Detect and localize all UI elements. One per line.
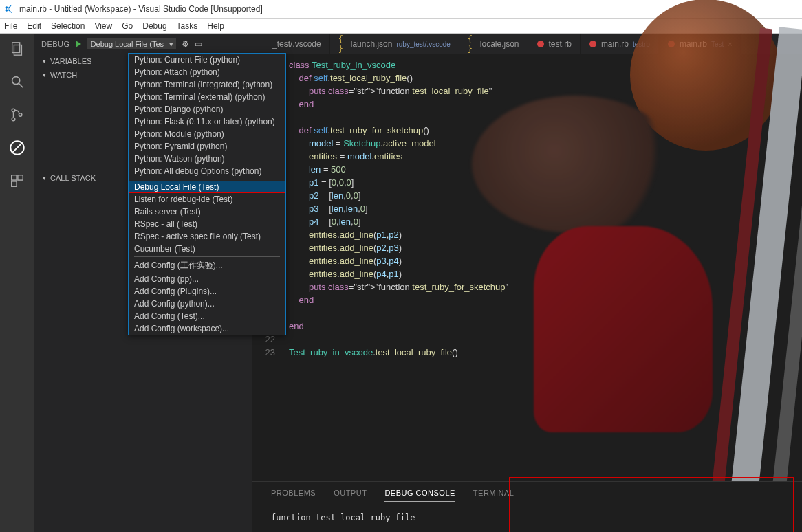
code-area[interactable]: class Test_ruby_in_vscode def self.test_…	[282, 54, 508, 481]
code-line[interactable]: entities.add_line(p2,p3)	[289, 241, 508, 254]
code-line[interactable]: class Test_ruby_in_vscode	[289, 58, 508, 71]
dropdown-item[interactable]: Python: Django (python)	[129, 103, 285, 115]
explorer-icon[interactable]	[8, 39, 27, 58]
activity-bar	[0, 34, 34, 532]
svg-rect-9	[12, 175, 17, 180]
code-line[interactable]: puts class="str">"function test_ruby_for…	[289, 280, 508, 293]
dropdown-item[interactable]: Add Config (Plugins)...	[129, 285, 285, 298]
dropdown-item[interactable]: Add Config (workspace)...	[129, 322, 285, 335]
svg-line-3	[19, 84, 23, 88]
code-line[interactable]	[289, 111, 508, 124]
panel-tab[interactable]: OUTPUT	[334, 489, 367, 502]
editor-tab[interactable]: main.rbTest×	[659, 34, 741, 54]
dropdown-item[interactable]: Rails server (Test)	[129, 206, 285, 218]
code-line[interactable]	[289, 333, 508, 346]
ruby-icon	[537, 40, 545, 48]
debug-config-select[interactable]: Debug Local File (Tes	[87, 38, 176, 49]
svg-rect-11	[12, 181, 17, 186]
code-line[interactable]: len = 500	[289, 163, 508, 176]
ruby-icon	[589, 40, 597, 48]
gear-icon[interactable]: ⚙	[182, 39, 189, 49]
tab-label: locale.json	[480, 39, 519, 49]
code-line[interactable]: end	[289, 320, 508, 333]
dropdown-item[interactable]: Add Config (工作实验)...	[129, 258, 285, 273]
title-bar: main.rb - Untitled (Workspace) - Visual …	[0, 0, 802, 19]
menu-file[interactable]: File	[4, 21, 17, 31]
dropdown-item[interactable]: Listen for rdebug-ide (Test)	[129, 193, 285, 206]
dropdown-item[interactable]: Python: Current File (python)	[129, 54, 285, 66]
menu-debug[interactable]: Debug	[142, 21, 166, 31]
debug-config-dropdown[interactable]: Python: Current File (python)Python: Att…	[128, 53, 286, 335]
dropdown-item[interactable]: RSpec - active spec file only (Test)	[129, 230, 285, 243]
dropdown-item[interactable]: Add Config (Test)...	[129, 310, 285, 322]
source-control-icon[interactable]	[8, 105, 27, 124]
menu-selection[interactable]: Selection	[51, 21, 85, 31]
code-line[interactable]: entities = model.entities	[289, 150, 508, 163]
svg-point-6	[19, 113, 22, 117]
json-icon: { }	[468, 40, 476, 48]
debug-sidebar: DEBUG Debug Local File (Tes ⚙ ▭ ▾ VARIAB…	[34, 34, 252, 532]
background-art	[499, 54, 802, 481]
editor-tab[interactable]: main.rbtestrb	[581, 34, 659, 54]
search-icon[interactable]	[8, 72, 27, 91]
editor-tab[interactable]: _test/.vscode	[252, 34, 330, 54]
file-icon	[260, 40, 268, 48]
code-line[interactable]: p2 = [len,0,0]	[289, 189, 508, 202]
code-line[interactable]: def self.test_ruby_for_sketchup()	[289, 124, 508, 137]
dropdown-item[interactable]: Add Config (python)...	[129, 298, 285, 310]
svg-point-2	[12, 77, 20, 85]
menu-edit[interactable]: Edit	[27, 21, 41, 31]
dropdown-item[interactable]: Python: Terminal (integrated) (python)	[129, 78, 285, 91]
code-line[interactable]: puts class="str">"function test_local_ru…	[289, 85, 508, 98]
dropdown-item[interactable]: Python: All debug Options (python)	[129, 165, 285, 177]
dropdown-item[interactable]: Python: Attach (python)	[129, 66, 285, 78]
svg-point-4	[12, 109, 15, 112]
code-line[interactable]: end	[289, 293, 508, 307]
menu-help[interactable]: Help	[207, 21, 224, 31]
code-line[interactable]: end	[289, 98, 508, 111]
debug-icon[interactable]	[8, 138, 27, 157]
code-line[interactable]: def self.test_local_ruby_file()	[289, 71, 508, 85]
debug-console-output: function test_local_ruby_file	[252, 509, 802, 532]
menu-view[interactable]: View	[94, 21, 112, 31]
dropdown-item[interactable]: Python: Watson (python)	[129, 153, 285, 165]
menu-tasks[interactable]: Tasks	[177, 21, 198, 31]
editor-tab[interactable]: test.rb	[528, 34, 581, 54]
panel-tab[interactable]: DEBUG CONSOLE	[384, 489, 455, 502]
start-debug-icon[interactable]	[76, 41, 81, 47]
svg-rect-10	[18, 175, 23, 180]
editor-tab[interactable]: { }locale.json	[459, 34, 528, 54]
debug-console-toggle-icon[interactable]: ▭	[195, 39, 202, 49]
debug-label: DEBUG	[41, 40, 70, 48]
dropdown-item[interactable]: Python: Module (python)	[129, 128, 285, 140]
tab-subtitle: testrb	[633, 41, 650, 48]
dropdown-item[interactable]: Debug Local File (Test)	[129, 181, 285, 193]
dropdown-item[interactable]: RSpec - all (Test)	[129, 218, 285, 230]
code-line[interactable]: entities.add_line(p3,p4)	[289, 254, 508, 267]
panel-tab[interactable]: PROBLEMS	[271, 489, 316, 502]
code-line[interactable]: model = Sketchup.active_model	[289, 137, 508, 150]
panel-tab[interactable]: TERMINAL	[473, 489, 514, 502]
dropdown-item[interactable]: Add Config (pp)...	[129, 273, 285, 285]
code-line[interactable]: p4 = [0,len,0]	[289, 215, 508, 228]
editor-tab[interactable]: { }launch.jsonruby_test/.vscode	[330, 34, 459, 54]
tab-label: test.rb	[549, 39, 572, 49]
code-line[interactable]: Test_ruby_in_vscode.test_local_ruby_file…	[289, 346, 508, 359]
close-icon[interactable]: ×	[728, 40, 732, 48]
svg-point-5	[12, 118, 15, 121]
code-line[interactable]: p1 = [0,0,0]	[289, 176, 508, 189]
tab-label: launch.json	[351, 39, 393, 49]
dropdown-item[interactable]: Python: Pyramid (python)	[129, 140, 285, 153]
dropdown-item[interactable]: Cucumber (Test)	[129, 243, 285, 255]
ruby-icon	[667, 40, 675, 48]
code-line[interactable]: p3 = [len,len,0]	[289, 202, 508, 215]
dropdown-item[interactable]: Python: Terminal (external) (python)	[129, 91, 285, 103]
chevron-down-icon: ▾	[43, 175, 46, 181]
menu-go[interactable]: Go	[122, 21, 133, 31]
code-line[interactable]: entities.add_line(p1,p2)	[289, 228, 508, 241]
code-line[interactable]	[289, 307, 508, 320]
code-line[interactable]: entities.add_line(p4,p1)	[289, 267, 508, 280]
editor[interactable]: 1234567891011121314151617181920212223 cl…	[252, 54, 802, 481]
dropdown-item[interactable]: Python: Flask (0.11.x or later) (python)	[129, 115, 285, 128]
extensions-icon[interactable]	[8, 171, 27, 190]
